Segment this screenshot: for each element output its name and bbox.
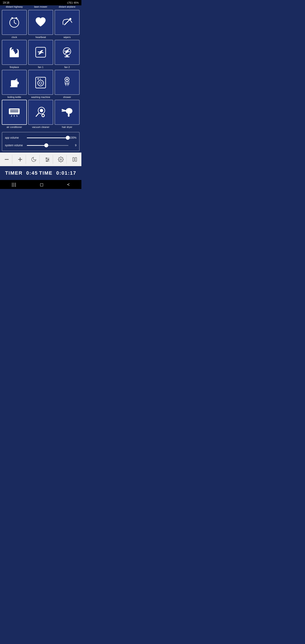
sound-card-air-conditioner[interactable] xyxy=(2,100,27,125)
sound-label-hair-dryer: hair dryer xyxy=(62,126,72,128)
svg-point-19 xyxy=(38,80,44,86)
svg-line-33 xyxy=(12,115,12,117)
sound-card-clock[interactable] xyxy=(2,10,27,35)
status-bar: 19:16 LTE1 65% xyxy=(0,0,82,5)
svg-rect-8 xyxy=(10,56,19,58)
columns-button[interactable] xyxy=(69,155,80,164)
sound-item-wipers[interactable]: wipers xyxy=(54,10,80,38)
sound-card-washing-machine[interactable] xyxy=(28,70,53,95)
svg-line-25 xyxy=(65,82,66,85)
svg-rect-17 xyxy=(17,82,19,84)
svg-line-28 xyxy=(66,83,66,86)
gear-button[interactable] xyxy=(56,155,67,164)
plus-button[interactable] xyxy=(15,155,26,164)
nav-home[interactable]: ◻ xyxy=(40,182,44,187)
sound-item-fan1[interactable]: fan 1 xyxy=(28,40,53,68)
svg-rect-18 xyxy=(36,77,46,88)
sound-card-vacuum-cleaner[interactable] xyxy=(28,100,53,125)
sound-label-wipers: wipers xyxy=(64,36,71,38)
app-volume-row: app volume 100% xyxy=(5,136,76,140)
sound-label-shower: shower xyxy=(63,96,71,98)
svg-point-21 xyxy=(38,78,39,80)
timer-label: TIMER xyxy=(5,170,22,176)
sound-item-boiling-kettle[interactable]: boiling kettle xyxy=(2,70,27,98)
sound-item-fan2[interactable]: fan 2 xyxy=(54,40,80,68)
nav-recent[interactable]: ||| xyxy=(12,182,16,187)
nav-back[interactable]: < xyxy=(67,182,70,187)
svg-line-5 xyxy=(10,18,12,20)
svg-line-2 xyxy=(14,23,16,24)
sound-card-wipers[interactable] xyxy=(54,10,80,35)
sound-label-heartbeat: heartbeat xyxy=(36,36,46,38)
label-distant-highway: distant highway xyxy=(2,5,27,8)
app-volume-slider[interactable] xyxy=(27,136,68,140)
sound-label-washing-machine: washing machine xyxy=(31,96,50,98)
time-label: TIME xyxy=(39,170,53,176)
svg-point-37 xyxy=(40,109,43,112)
sound-item-fireplace[interactable]: fireplace xyxy=(2,40,27,68)
svg-rect-14 xyxy=(64,56,70,58)
sound-item-washing-machine[interactable]: washing machine xyxy=(28,70,53,98)
svg-point-39 xyxy=(42,115,44,116)
sound-item-clock[interactable]: clock xyxy=(2,10,27,38)
sound-card-heartbeat[interactable] xyxy=(28,10,53,35)
label-lawn-mower: lawn mower xyxy=(28,5,53,8)
svg-rect-15 xyxy=(11,80,18,86)
time-value: 0:01:17 xyxy=(56,170,76,176)
timer-display: TIMER 0:45 xyxy=(5,170,38,176)
sound-item-shower[interactable]: shower xyxy=(54,70,80,98)
columns-icon xyxy=(72,156,78,162)
app-volume-track xyxy=(27,138,68,138)
minus-button[interactable] xyxy=(1,155,12,164)
system-volume-track xyxy=(27,145,68,146)
sound-card-fan2[interactable] xyxy=(54,40,80,65)
sound-card-hair-dryer[interactable] xyxy=(54,100,80,125)
svg-line-43 xyxy=(62,111,66,111)
sound-grid: clockheartbeatwipersfireplacefan 1fan 2b… xyxy=(2,8,80,130)
sound-label-vacuum-cleaner: vacuum cleaner xyxy=(32,126,50,128)
sound-item-hair-dryer[interactable]: hair dryer xyxy=(54,100,80,128)
sound-card-shower[interactable] xyxy=(54,70,80,95)
sound-label-air-conditioner: air conditioner xyxy=(6,126,22,128)
sound-label-fan1: fan 1 xyxy=(38,66,44,68)
svg-point-22 xyxy=(40,78,41,80)
system-volume-slider[interactable] xyxy=(27,143,68,148)
label-distant-airplane: distant airplane xyxy=(54,5,80,8)
svg-line-29 xyxy=(68,83,68,86)
time-display: TIME 0:01:17 xyxy=(39,170,76,176)
sliders-icon xyxy=(44,156,50,162)
status-right: LTE1 65% xyxy=(67,1,79,4)
svg-rect-32 xyxy=(10,111,18,112)
sliders-button[interactable] xyxy=(42,155,53,164)
svg-line-6 xyxy=(17,18,18,20)
sound-item-air-conditioner[interactable]: air conditioner xyxy=(2,100,27,128)
timer-value: 0:45 xyxy=(26,170,38,176)
svg-rect-4 xyxy=(16,18,17,18)
system-volume-thumb[interactable] xyxy=(44,143,48,147)
svg-point-54 xyxy=(60,159,62,160)
sound-item-vacuum-cleaner[interactable]: vacuum cleaner xyxy=(28,100,53,128)
moon-button[interactable] xyxy=(28,155,40,164)
sound-card-fan1[interactable] xyxy=(28,40,53,65)
gear-icon xyxy=(58,156,64,162)
svg-point-40 xyxy=(66,108,72,114)
svg-rect-41 xyxy=(68,114,70,117)
sound-label-boiling-kettle: boiling kettle xyxy=(8,96,21,98)
svg-rect-56 xyxy=(75,158,77,161)
app-volume-thumb[interactable] xyxy=(66,136,70,140)
sound-item-heartbeat[interactable]: heartbeat xyxy=(28,10,53,38)
svg-rect-16 xyxy=(10,86,18,88)
sound-label-fan2: fan 2 xyxy=(64,66,70,68)
sound-label-clock: clock xyxy=(12,36,17,38)
app-volume-label: app volume xyxy=(5,136,25,139)
main-content: distant highway lawn mower distant airpl… xyxy=(0,5,82,151)
toolbar xyxy=(0,152,82,166)
svg-line-35 xyxy=(17,115,17,117)
sound-card-boiling-kettle[interactable] xyxy=(2,70,27,95)
sound-card-fireplace[interactable] xyxy=(2,40,27,65)
minus-icon xyxy=(4,156,10,162)
nav-bar: ||| ◻ < xyxy=(0,180,82,189)
svg-point-20 xyxy=(39,82,42,84)
timer-bar: TIMER 0:45 TIME 0:01:17 xyxy=(0,166,82,180)
svg-rect-31 xyxy=(10,110,18,111)
